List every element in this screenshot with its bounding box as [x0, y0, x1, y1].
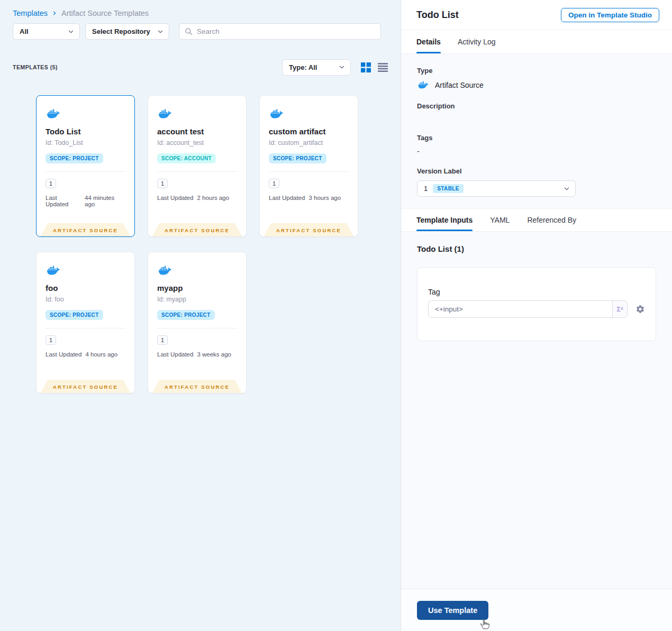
card-id: Id: myapp	[157, 296, 237, 303]
tag-input-card: Tag Σˣ	[417, 267, 656, 341]
card-title: foo	[46, 284, 125, 292]
type-label: Type	[417, 67, 656, 75]
scope-filter-dropdown[interactable]: All	[13, 23, 80, 40]
details-body: Type Artifact Source Description Tags - …	[401, 54, 672, 208]
details-tabs: Details Activity Log	[401, 30, 672, 54]
templates-count-label: TEMPLATES (5)	[13, 64, 58, 70]
chevron-down-icon	[68, 29, 74, 35]
version-chip: 1	[157, 335, 168, 345]
card-title: Todo List	[46, 127, 125, 136]
tags-label: Tags	[417, 134, 656, 142]
details-header: Todo List Open in Template Studio	[401, 0, 672, 30]
repository-filter-dropdown[interactable]: Select Repository	[85, 23, 169, 40]
docker-icon	[157, 264, 173, 277]
card-id: Id: foo	[46, 296, 125, 303]
scope-badge: SCOPE: ACCOUNT	[157, 153, 216, 163]
template-card-foo[interactable]: foo Id: foo SCOPE: PROJECT 1 Last Update…	[36, 252, 135, 394]
template-type-ribbon: ARTIFACT SOURCE	[41, 223, 131, 236]
last-updated: Last Updated 4 hours ago	[46, 351, 125, 358]
stable-badge: STABLE	[433, 184, 464, 193]
tab-activity-log[interactable]: Activity Log	[458, 30, 496, 53]
scope-badge: SCOPE: PROJECT	[157, 310, 215, 320]
breadcrumb-templates-link[interactable]: Templates	[13, 9, 48, 17]
details-title: Todo List	[416, 10, 459, 21]
scope-filter-value: All	[20, 28, 29, 35]
version-dropdown[interactable]: 1 STABLE	[417, 180, 576, 197]
version-value: 1	[424, 185, 428, 193]
tag-input-wrapper: Σˣ	[428, 300, 628, 318]
type-filter-value: Type: All	[289, 63, 317, 71]
card-id: Id: Todo_List	[46, 139, 125, 147]
last-updated-value: 3 weeks ago	[197, 351, 231, 358]
tab-details[interactable]: Details	[416, 30, 441, 53]
tab-template-inputs[interactable]: Template Inputs	[416, 209, 473, 231]
template-type-ribbon: ARTIFACT SOURCE	[264, 223, 354, 236]
tab-referenced-by[interactable]: Referenced By	[527, 209, 576, 231]
template-card-custom-artifact[interactable]: custom artifact Id: custom_artifact SCOP…	[259, 95, 358, 237]
tag-field-row: Σˣ	[428, 300, 645, 318]
last-updated-label: Last Updated	[46, 195, 81, 207]
breadcrumb: Templates Artifact Source Templates	[13, 9, 388, 17]
search-icon	[185, 28, 193, 35]
chevron-down-icon	[339, 64, 345, 70]
version-chip: 1	[46, 179, 56, 188]
description-label: Description	[417, 102, 656, 110]
gear-icon[interactable]	[635, 304, 645, 314]
docker-icon	[46, 107, 61, 120]
template-type-ribbon: ARTIFACT SOURCE	[41, 380, 131, 393]
template-card-todo-list[interactable]: Todo List Id: Todo_List SCOPE: PROJECT 1…	[36, 95, 135, 237]
scope-badge: SCOPE: PROJECT	[269, 153, 326, 163]
version-chip: 1	[157, 179, 168, 188]
grid-view-icon[interactable]	[361, 62, 371, 72]
breadcrumb-current: Artifact Source Templates	[61, 9, 149, 17]
type-value: Artifact Source	[435, 81, 484, 89]
breadcrumb-separator-icon	[52, 11, 57, 16]
search-input[interactable]	[197, 28, 375, 35]
last-updated-value: 2 hours ago	[197, 195, 229, 201]
open-in-template-studio-button[interactable]: Open in Template Studio	[561, 8, 659, 22]
card-title: myapp	[157, 284, 237, 292]
last-updated: Last Updated 44 minutes ago	[46, 195, 125, 207]
use-template-button[interactable]: Use Template	[417, 601, 488, 620]
card-title: account test	[157, 127, 237, 136]
tags-value: -	[417, 147, 656, 156]
docker-icon	[46, 264, 61, 277]
template-type-ribbon: ARTIFACT SOURCE	[152, 223, 242, 236]
type-filter-dropdown[interactable]: Type: All	[282, 59, 351, 76]
last-updated-value: 3 hours ago	[308, 195, 341, 201]
inputs-tabs: Template Inputs YAML Referenced By	[401, 208, 672, 232]
templates-grid: Todo List Id: Todo_List SCOPE: PROJECT 1…	[36, 95, 358, 394]
last-updated: Last Updated 2 hours ago	[157, 195, 237, 201]
template-inputs-body: Todo List (1) Tag Σˣ	[401, 232, 672, 589]
tag-field-label: Tag	[428, 288, 645, 296]
last-updated-value: 4 hours ago	[85, 351, 117, 358]
list-view-icon[interactable]	[378, 62, 388, 72]
tag-input[interactable]	[429, 301, 612, 317]
last-updated-label: Last Updated	[157, 351, 193, 358]
details-footer: Use Template	[401, 589, 672, 631]
scope-badge: SCOPE: PROJECT	[46, 310, 103, 320]
last-updated-label: Last Updated	[157, 195, 193, 201]
template-type-ribbon: ARTIFACT SOURCE	[152, 380, 242, 393]
templates-list-panel: Templates Artifact Source Templates All …	[0, 0, 401, 631]
last-updated: Last Updated 3 weeks ago	[157, 351, 237, 358]
expression-input-icon[interactable]: Σˣ	[612, 301, 627, 317]
card-divider	[46, 171, 125, 172]
version-chip: 1	[269, 179, 279, 188]
template-card-account-test[interactable]: account test Id: account_test SCOPE: ACC…	[148, 95, 247, 237]
chevron-down-icon	[157, 29, 164, 35]
docker-icon	[157, 107, 173, 120]
filter-row: All Select Repository	[13, 23, 388, 40]
template-details-panel: Todo List Open in Template Studio Detail…	[401, 0, 672, 631]
template-card-myapp[interactable]: myapp Id: myapp SCOPE: PROJECT 1 Last Up…	[148, 252, 247, 394]
card-divider	[46, 328, 125, 328]
version-chip: 1	[46, 335, 56, 345]
card-id: Id: account_test	[157, 139, 237, 147]
card-title: custom artifact	[269, 127, 349, 136]
card-id: Id: custom_artifact	[269, 139, 349, 147]
version-label: Version Label	[417, 167, 656, 175]
search-box	[179, 23, 381, 40]
last-updated: Last Updated 3 hours ago	[269, 195, 349, 201]
tab-yaml[interactable]: YAML	[490, 209, 510, 231]
scope-badge: SCOPE: PROJECT	[46, 153, 103, 163]
